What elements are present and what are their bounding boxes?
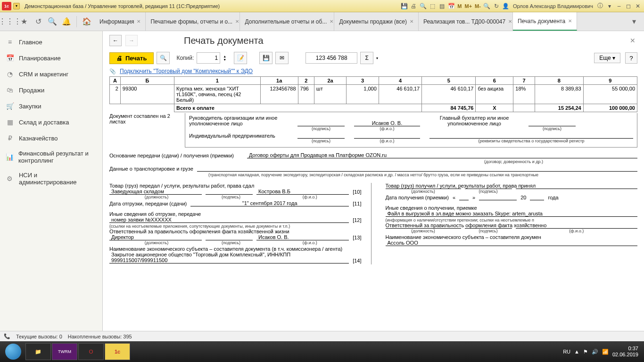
dropdown-icon[interactable]: ▾	[605, 2, 614, 10]
document-table: А Б 1 1а 2 2а 3 4 5 6 7 8 9 2 99300	[109, 76, 637, 112]
save-button[interactable]: 💾	[259, 52, 272, 64]
copies-input[interactable]	[197, 52, 220, 64]
printer-icon: 🖨	[116, 55, 123, 62]
cart-icon: 🛒	[6, 102, 14, 110]
tray-flag-icon[interactable]: ▲	[574, 349, 579, 354]
sidebar-item-main[interactable]: ≡Главное	[0, 34, 102, 50]
titlebar-dropdown[interactable]: ▾	[13, 3, 20, 9]
head-label: Руководитель организации или иное уполно…	[189, 115, 288, 126]
forward-button[interactable]: →	[125, 35, 138, 46]
sidebar-item-finance[interactable]: 📊Финансовый результат и контроллинг	[0, 146, 102, 168]
app-icon: TWRM	[58, 349, 71, 354]
start-button[interactable]	[2, 343, 25, 360]
ruble-icon: ₽	[6, 134, 14, 142]
zoom-icon[interactable]: 🔍	[483, 2, 491, 10]
preview-icon[interactable]: 🔍	[419, 2, 427, 10]
app-logo-icon: 1c	[2, 2, 11, 10]
apps-icon[interactable]: ⋮⋮⋮	[4, 16, 16, 28]
calc-icon[interactable]: ▤	[438, 2, 446, 10]
task-explorer[interactable]: 📁	[25, 343, 51, 360]
sum-button[interactable]: Σ	[360, 52, 373, 64]
tab-print-document[interactable]: Печать документа✕	[513, 12, 577, 31]
col-header: 2а	[314, 77, 347, 85]
tab-information[interactable]: Информация✕	[95, 12, 146, 31]
tab-additional-reports[interactable]: Дополнительные отчеты и об...✕	[240, 12, 334, 31]
left-header: Товар (груз) передал / услуги, результат…	[109, 183, 362, 189]
star-icon[interactable]: ★	[18, 16, 30, 28]
content: ← → Печать документа ✕ 🖨Печать 🔍 Копий: …	[103, 31, 644, 331]
sidebar: ≡Главное 📅Планирование ◔CRM и маркетинг …	[0, 31, 103, 331]
bell-icon[interactable]: 🔔	[60, 16, 73, 28]
save-icon[interactable]: 💾	[400, 2, 408, 10]
minimize-icon[interactable]: –	[615, 2, 623, 10]
help-button[interactable]: ?	[625, 52, 637, 64]
print-icon[interactable]: 🖨	[409, 2, 418, 10]
sidebar-item-label: Продажи	[19, 87, 44, 94]
sidebar-item-treasury[interactable]: ₽Казначейство	[0, 130, 102, 146]
doc-pages-label: Документ составлен на 2 листах	[109, 113, 175, 148]
back-button[interactable]: ←	[109, 35, 122, 46]
maximize-icon[interactable]: ◻	[624, 2, 633, 10]
edo-link[interactable]: Подключить "Торговый дом "Комплексный"" …	[120, 68, 253, 74]
1c-icon: 1c	[115, 349, 120, 354]
lang-indicator[interactable]: RU	[563, 349, 570, 354]
col-header: 5	[422, 77, 476, 85]
sidebar-item-planning[interactable]: 📅Планирование	[0, 50, 102, 66]
tab-close-icon[interactable]: ✕	[330, 19, 333, 24]
task-opera[interactable]: O	[78, 343, 104, 360]
col-header: 4	[379, 77, 421, 85]
number-field[interactable]	[305, 52, 357, 64]
memory-m-minus[interactable]: M-	[474, 3, 482, 9]
memory-m[interactable]: M	[456, 3, 462, 9]
pie-icon: ◔	[6, 70, 14, 78]
tab-close-icon[interactable]: ✕	[568, 18, 572, 24]
page-close-icon[interactable]: ✕	[628, 35, 637, 46]
copies-label: Копий:	[176, 55, 194, 61]
tray-network-icon[interactable]: 🔊	[592, 349, 598, 355]
preview-button[interactable]: 🔍	[157, 52, 170, 64]
memory-m-plus[interactable]: M+	[464, 3, 473, 9]
windows-icon	[5, 344, 21, 360]
history-icon[interactable]: ↺	[32, 16, 44, 28]
print-button[interactable]: 🖨Печать	[109, 52, 154, 64]
tab-close-icon[interactable]: ✕	[235, 19, 239, 24]
sidebar-item-nsi[interactable]: ⚙НСИ и администрирование	[0, 168, 102, 189]
task-app[interactable]: TWRM	[52, 343, 77, 360]
bag-icon: 🛍	[6, 86, 14, 94]
tray-action-icon[interactable]: ⚑	[583, 349, 588, 355]
sidebar-item-warehouse[interactable]: ▦Склад и доставка	[0, 114, 102, 130]
more-button[interactable]: Еще ▾	[594, 53, 620, 63]
mail-button[interactable]: ✉	[275, 52, 289, 64]
tab-close-icon[interactable]: ✕	[410, 19, 413, 24]
tabs-menu-icon[interactable]: ▾	[628, 16, 640, 28]
tab-close-icon[interactable]: ✕	[508, 19, 512, 24]
sidebar-item-label: Склад и доставка	[19, 119, 69, 126]
tab-close-icon[interactable]: ✕	[137, 19, 140, 24]
sidebar-item-sales[interactable]: 🛍Продажи	[0, 82, 102, 98]
refresh-icon[interactable]: ↻	[492, 2, 501, 10]
home-icon[interactable]: 🏠	[81, 16, 93, 28]
current-calls: Текущие вызовы: 0	[16, 334, 62, 339]
col-header: 2	[298, 77, 314, 85]
copies-down[interactable]: ▼	[223, 58, 226, 61]
tab-print-forms[interactable]: Печатные формы, отчеты и о...✕	[146, 12, 240, 31]
sidebar-item-crm[interactable]: ◔CRM и маркетинг	[0, 66, 102, 82]
tab-realization[interactable]: Реализация тов... ТД00-000047✕	[419, 12, 513, 31]
info-icon[interactable]: ⓘ	[596, 2, 604, 10]
col-header: 9	[583, 77, 637, 85]
task-1c[interactable]: 1c	[105, 343, 130, 360]
close-icon[interactable]: ✕	[634, 2, 642, 10]
search-icon[interactable]: 🔍	[46, 16, 58, 28]
sidebar-item-label: Главное	[19, 39, 42, 46]
sidebar-item-purchases[interactable]: 🛒Закупки	[0, 98, 102, 114]
calendar-icon[interactable]: 📅	[447, 2, 455, 10]
col-header: Б	[120, 77, 174, 85]
compare-icon[interactable]: ⬚	[428, 2, 437, 10]
tray-clock[interactable]: 0:37 02.06.2019	[612, 346, 638, 358]
table-row: 2 99300 Куртка мех. женская "ХИТ тL160K"…	[110, 85, 637, 104]
edit-button[interactable]: 📝	[234, 52, 247, 64]
sum-dropdown-icon[interactable]: ▾	[376, 56, 378, 60]
tab-sales-documents[interactable]: Документы продажи (все)✕	[334, 12, 418, 31]
copies-up[interactable]: ▲	[223, 55, 226, 58]
tray-volume-icon[interactable]: 📶	[602, 349, 609, 355]
